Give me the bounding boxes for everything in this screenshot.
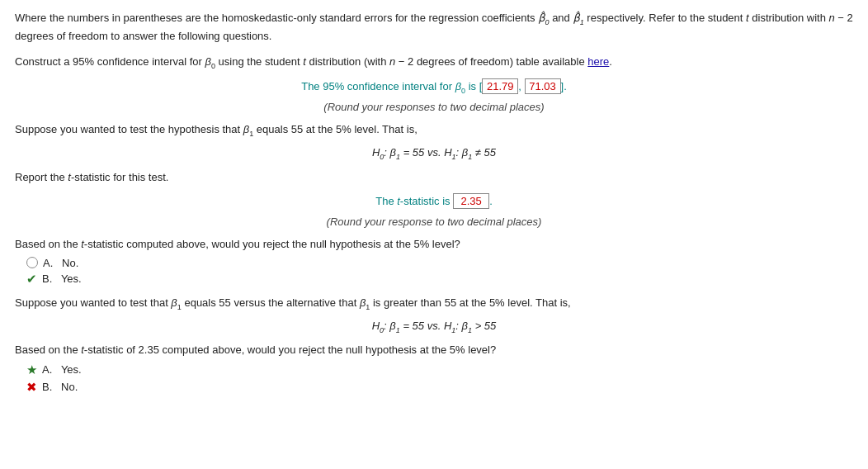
tstat-val[interactable]: 2.35	[453, 193, 489, 209]
tstat-label: The t-statistic is	[375, 195, 453, 207]
q5-option-b[interactable]: ✖ B. No.	[26, 380, 853, 395]
formula1: H0: β1 = 55 vs. H1: β1 ≠ 55	[15, 146, 853, 161]
beta1-hat: β̂1	[573, 12, 583, 24]
q5-intro: Based on the t-statistic of 2.35 compute…	[15, 342, 853, 359]
q2-sub: Report the t-statistic for this test.	[15, 169, 853, 187]
option-a5-label: A. Yes.	[42, 363, 82, 376]
beta0-hat: β̂0	[538, 12, 549, 24]
round-hint2: (Round your response to two decimal plac…	[15, 216, 853, 228]
q5-option-a[interactable]: ★ A. Yes.	[26, 362, 853, 377]
ci-label: The 95% confidence interval for β0 is [	[301, 80, 482, 92]
q1-main: Construct a 95% confidence interval for …	[15, 55, 587, 68]
q3-intro: Based on the t-statistic computed above,…	[15, 236, 853, 253]
option-b-label: B. Yes.	[42, 272, 82, 285]
formula2: H0: β1 = 55 vs. H1: β1 > 55	[15, 320, 853, 334]
q2-intro: Suppose you wanted to test the hypothesi…	[15, 121, 853, 140]
star-icon-a: ★	[26, 362, 37, 377]
intro-text1: Where the numbers in parentheses are the…	[15, 12, 538, 24]
here-link[interactable]: here	[587, 55, 609, 68]
q1-text: Construct a 95% confidence interval for …	[15, 54, 853, 72]
ci-comma: ,	[518, 80, 521, 92]
radio-a[interactable]	[26, 257, 38, 268]
check-icon-b: ✔	[26, 272, 37, 287]
intro-text2: respectively. Refer to the student t dis…	[584, 12, 853, 24]
q3-option-b[interactable]: ✔ B. Yes.	[26, 272, 853, 287]
cross-icon-b: ✖	[26, 380, 37, 395]
tstat-answer-block: The t-statistic is 2.35.	[15, 193, 853, 209]
option-a-label: A. No.	[43, 257, 78, 269]
ci-val2[interactable]: 71.03	[525, 78, 561, 94]
ci-val1[interactable]: 21.79	[482, 78, 518, 94]
ci-end: ].	[561, 80, 567, 92]
option-b5-label: B. No.	[42, 381, 78, 393]
q3-option-a[interactable]: A. No.	[26, 257, 853, 269]
intro-text3: degrees of freedom to answer the followi…	[15, 30, 271, 42]
tstat-end: .	[489, 195, 493, 207]
intro-paragraph: Where the numbers in parentheses are the…	[15, 10, 853, 45]
intro-and: and	[550, 12, 573, 24]
ci-answer-block: The 95% confidence interval for β0 is [2…	[15, 78, 853, 95]
round-hint1: (Round your responses to two decimal pla…	[15, 101, 853, 113]
q4-intro: Suppose you wanted to test that β1 equal…	[15, 295, 853, 313]
